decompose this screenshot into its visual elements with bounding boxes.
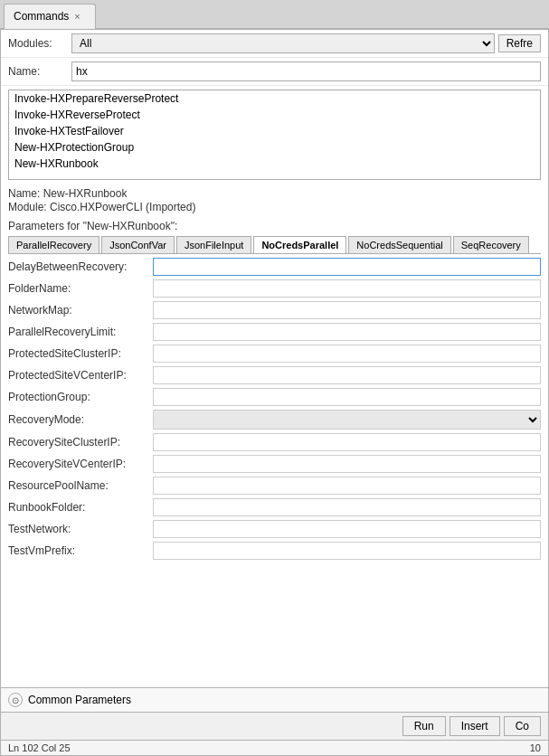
list-item[interactable]: Invoke-HXTestFailover [9,123,540,139]
tab-close-icon[interactable]: × [74,11,80,22]
common-params-icon: ⊙ [8,693,23,707]
refresh-button[interactable]: Refre [498,34,541,52]
param-input-delaybetweenrecovery[interactable] [153,258,541,276]
param-input-testnetwork[interactable] [153,520,541,538]
params-header: Parameters for "New-HXRunbook": [1,218,548,236]
param-row: FolderName: [8,279,541,298]
param-tab-nocredsparallel[interactable]: NoCredsParallel [253,236,346,253]
param-row: ResourcePoolName: [8,477,541,495]
param-input-testvmprefix[interactable] [153,542,541,560]
param-tab-jsonconfvar[interactable]: JsonConfVar [101,236,175,253]
param-label: TestNetwork: [8,523,153,535]
name-label: Name: [8,65,71,78]
tab-label: Commands [14,10,69,23]
param-label: RecoveryMode: [8,413,153,426]
param-tabs-row: ParallelRecoveryJsonConfVarJsonFileInput… [8,236,541,254]
param-row: ProtectionGroup: [8,388,541,406]
name-row: Name: [1,58,548,86]
param-row: ProtectedSiteClusterIP: [8,345,541,363]
param-label: RunbookFolder: [8,501,153,514]
modules-label: Modules: [8,37,71,50]
param-row: NetworkMap: [8,301,541,319]
param-input-networkmap[interactable] [153,301,541,319]
param-label: ProtectedSiteVCenterIP: [8,369,153,382]
list-item[interactable]: Invoke-HXPrepareReverseProtect [9,90,540,107]
param-row: RecoverySiteClusterIP: [8,433,541,451]
common-params-section[interactable]: ⊙ Common Parameters [1,687,548,712]
list-item[interactable]: New-HXProtectionGroup [9,139,540,156]
param-tab-nocredssequential[interactable]: NoCredsSequential [348,236,450,253]
selected-name: Name: New-HXRunbook [8,187,541,200]
param-tab-jsonfileinput[interactable]: JsonFileInput [176,236,251,253]
param-label: FolderName: [8,282,153,295]
status-bar: Ln 102 Col 25 10 [1,740,548,755]
copy-button[interactable]: Co [504,716,541,736]
name-input[interactable] [71,61,541,81]
param-tab-seqrecovery[interactable]: SeqRecovery [453,236,529,253]
param-label: ResourcePoolName: [8,479,153,492]
info-section: Name: New-HXRunbook Module: Cisco.HXPowe… [1,184,548,218]
param-input-recoverysitevcenterip[interactable] [153,455,541,473]
param-row: ProtectedSiteVCenterIP: [8,366,541,384]
param-form: DelayBetweenRecovery:FolderName:NetworkM… [1,254,548,687]
param-label: RecoverySiteClusterIP: [8,436,153,449]
param-input-protectiongroup[interactable] [153,388,541,406]
modules-select[interactable]: All [71,33,495,53]
list-item[interactable]: New-HXRunbook [9,156,540,172]
param-row: TestVmPrefix: [8,542,541,560]
command-list[interactable]: Invoke-HXPrepareReverseProtectInvoke-HXR… [8,90,541,180]
param-row: RunbookFolder: [8,498,541,516]
param-label: RecoverySiteVCenterIP: [8,458,153,470]
commands-tab[interactable]: Commands × [4,4,96,29]
param-input-recoverysiteclusterip[interactable] [153,433,541,451]
param-row: DelayBetweenRecovery: [8,258,541,276]
selected-module: Module: Cisco.HXPowerCLI (Imported) [8,201,541,213]
param-label: ProtectionGroup: [8,391,153,403]
param-row: ParallelRecoveryLimit: [8,323,541,341]
list-item[interactable]: Invoke-HXReverseProtect [9,107,540,123]
param-row: RecoveryMode: [8,410,541,430]
param-input-parallelrecoverylimit[interactable] [153,323,541,341]
param-label: NetworkMap: [8,304,153,317]
param-select-recoverymode[interactable] [153,410,541,430]
param-input-foldername[interactable] [153,279,541,298]
cursor-position: Ln 102 Col 25 [8,742,71,753]
common-params-label: Common Parameters [28,694,131,706]
param-input-protectedsitevcenterip[interactable] [153,366,541,384]
param-label: DelayBetweenRecovery: [8,260,153,273]
param-input-resourcepoolname[interactable] [153,477,541,495]
param-tab-parallelrecovery[interactable]: ParallelRecovery [8,236,99,253]
right-status: 10 [530,742,541,753]
run-button[interactable]: Run [402,716,446,736]
param-label: ParallelRecoveryLimit: [8,326,153,338]
param-row: RecoverySiteVCenterIP: [8,455,541,473]
param-label: ProtectedSiteClusterIP: [8,347,153,360]
param-row: TestNetwork: [8,520,541,538]
footer-bar: Run Insert Co [1,712,548,740]
param-input-runbookfolder[interactable] [153,498,541,516]
tab-bar: Commands × [0,0,549,29]
modules-row: Modules: All Refre [1,30,548,58]
param-input-protectedsiteclusterip[interactable] [153,345,541,363]
insert-button[interactable]: Insert [450,716,500,736]
main-panel: Modules: All Refre Name: Invoke-HXPrepar… [0,29,549,756]
param-label: TestVmPrefix: [8,544,153,557]
